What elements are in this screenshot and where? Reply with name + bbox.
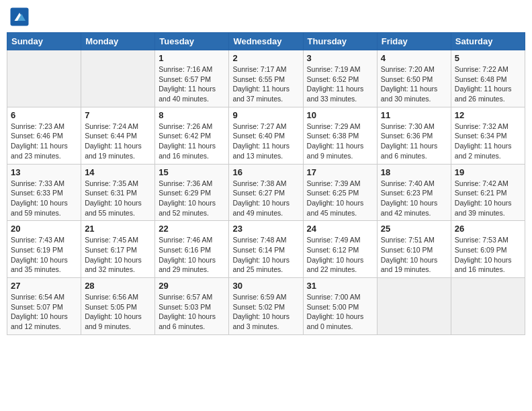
weekday-header-thursday: Thursday (303, 33, 377, 50)
day-info: Sunrise: 7:24 AM Sunset: 6:44 PM Dayligh… (85, 122, 151, 161)
week-row-2: 6Sunrise: 7:23 AM Sunset: 6:46 PM Daylig… (7, 107, 525, 164)
day-cell: 30Sunrise: 6:59 AM Sunset: 5:02 PM Dayli… (229, 278, 303, 335)
calendar: SundayMondayTuesdayWednesdayThursdayFrid… (7, 32, 525, 335)
day-number: 9 (232, 110, 299, 120)
day-number: 8 (159, 110, 225, 120)
day-cell: 18Sunrise: 7:40 AM Sunset: 6:23 PM Dayli… (377, 164, 451, 221)
day-number: 3 (307, 53, 373, 63)
day-cell: 8Sunrise: 7:26 AM Sunset: 6:42 PM Daylig… (155, 107, 229, 164)
day-info: Sunrise: 6:54 AM Sunset: 5:07 PM Dayligh… (11, 292, 77, 332)
day-number: 12 (455, 110, 521, 120)
day-cell (451, 278, 525, 335)
day-number: 14 (85, 167, 151, 177)
day-number: 2 (232, 53, 299, 63)
day-number: 4 (381, 53, 447, 63)
day-number: 10 (307, 110, 373, 120)
weekday-header-sunday: Sunday (7, 33, 81, 50)
day-info: Sunrise: 7:49 AM Sunset: 6:12 PM Dayligh… (307, 235, 373, 275)
day-cell: 12Sunrise: 7:32 AM Sunset: 6:34 PM Dayli… (451, 107, 525, 164)
day-cell: 23Sunrise: 7:48 AM Sunset: 6:14 PM Dayli… (229, 221, 303, 278)
week-row-4: 20Sunrise: 7:43 AM Sunset: 6:19 PM Dayli… (7, 221, 525, 278)
day-info: Sunrise: 7:40 AM Sunset: 6:23 PM Dayligh… (381, 179, 447, 218)
day-cell: 17Sunrise: 7:39 AM Sunset: 6:25 PM Dayli… (303, 164, 377, 221)
week-row-3: 13Sunrise: 7:33 AM Sunset: 6:33 PM Dayli… (7, 164, 525, 221)
weekday-header-row: SundayMondayTuesdayWednesdayThursdayFrid… (7, 33, 525, 50)
day-info: Sunrise: 7:45 AM Sunset: 6:17 PM Dayligh… (85, 235, 151, 275)
week-row-5: 27Sunrise: 6:54 AM Sunset: 5:07 PM Dayli… (7, 278, 525, 335)
day-info: Sunrise: 7:46 AM Sunset: 6:16 PM Dayligh… (159, 235, 225, 275)
day-cell: 3Sunrise: 7:19 AM Sunset: 6:52 PM Daylig… (303, 50, 377, 107)
day-cell (7, 50, 81, 107)
day-cell: 2Sunrise: 7:17 AM Sunset: 6:55 PM Daylig… (229, 50, 303, 107)
day-cell: 5Sunrise: 7:22 AM Sunset: 6:48 PM Daylig… (451, 50, 525, 107)
day-info: Sunrise: 7:42 AM Sunset: 6:21 PM Dayligh… (455, 179, 521, 218)
day-info: Sunrise: 7:48 AM Sunset: 6:14 PM Dayligh… (232, 235, 299, 275)
day-info: Sunrise: 7:35 AM Sunset: 6:31 PM Dayligh… (85, 179, 151, 218)
day-number: 16 (232, 167, 299, 177)
day-cell: 22Sunrise: 7:46 AM Sunset: 6:16 PM Dayli… (155, 221, 229, 278)
day-number: 28 (85, 281, 151, 291)
day-number: 27 (11, 281, 77, 291)
day-cell: 16Sunrise: 7:38 AM Sunset: 6:27 PM Dayli… (229, 164, 303, 221)
day-info: Sunrise: 7:27 AM Sunset: 6:40 PM Dayligh… (232, 122, 299, 161)
day-cell: 20Sunrise: 7:43 AM Sunset: 6:19 PM Dayli… (7, 221, 81, 278)
day-info: Sunrise: 7:20 AM Sunset: 6:50 PM Dayligh… (381, 64, 447, 104)
day-info: Sunrise: 7:43 AM Sunset: 6:19 PM Dayligh… (11, 235, 77, 275)
day-number: 26 (455, 224, 521, 234)
day-number: 1 (159, 53, 225, 63)
day-cell: 28Sunrise: 6:56 AM Sunset: 5:05 PM Dayli… (81, 278, 155, 335)
day-info: Sunrise: 7:19 AM Sunset: 6:52 PM Dayligh… (307, 64, 373, 104)
day-cell: 19Sunrise: 7:42 AM Sunset: 6:21 PM Dayli… (451, 164, 525, 221)
day-cell: 11Sunrise: 7:30 AM Sunset: 6:36 PM Dayli… (377, 107, 451, 164)
day-number: 29 (159, 281, 225, 291)
weekday-header-tuesday: Tuesday (155, 33, 229, 50)
day-cell: 14Sunrise: 7:35 AM Sunset: 6:31 PM Dayli… (81, 164, 155, 221)
day-info: Sunrise: 7:17 AM Sunset: 6:55 PM Dayligh… (232, 64, 299, 104)
day-number: 20 (11, 224, 77, 234)
day-info: Sunrise: 7:22 AM Sunset: 6:48 PM Dayligh… (455, 64, 521, 104)
day-info: Sunrise: 7:26 AM Sunset: 6:42 PM Dayligh… (159, 122, 225, 161)
day-cell (377, 278, 451, 335)
day-number: 30 (232, 281, 299, 291)
day-info: Sunrise: 6:56 AM Sunset: 5:05 PM Dayligh… (85, 292, 151, 332)
day-info: Sunrise: 7:33 AM Sunset: 6:33 PM Dayligh… (11, 179, 77, 218)
day-number: 31 (307, 281, 373, 291)
day-cell: 15Sunrise: 7:36 AM Sunset: 6:29 PM Dayli… (155, 164, 229, 221)
day-info: Sunrise: 7:38 AM Sunset: 6:27 PM Dayligh… (232, 179, 299, 218)
day-number: 22 (159, 224, 225, 234)
day-cell: 13Sunrise: 7:33 AM Sunset: 6:33 PM Dayli… (7, 164, 81, 221)
logo (9, 7, 32, 27)
logo-icon (9, 7, 30, 27)
day-number: 23 (232, 224, 299, 234)
week-row-1: 1Sunrise: 7:16 AM Sunset: 6:57 PM Daylig… (7, 50, 525, 107)
day-number: 7 (85, 110, 151, 120)
day-info: Sunrise: 7:00 AM Sunset: 5:00 PM Dayligh… (307, 292, 373, 332)
day-info: Sunrise: 7:53 AM Sunset: 6:09 PM Dayligh… (455, 235, 521, 275)
day-cell: 7Sunrise: 7:24 AM Sunset: 6:44 PM Daylig… (81, 107, 155, 164)
day-cell (81, 50, 155, 107)
day-info: Sunrise: 7:29 AM Sunset: 6:38 PM Dayligh… (307, 122, 373, 161)
day-info: Sunrise: 7:16 AM Sunset: 6:57 PM Dayligh… (159, 64, 225, 104)
day-cell: 27Sunrise: 6:54 AM Sunset: 5:07 PM Dayli… (7, 278, 81, 335)
day-cell: 1Sunrise: 7:16 AM Sunset: 6:57 PM Daylig… (155, 50, 229, 107)
day-cell: 24Sunrise: 7:49 AM Sunset: 6:12 PM Dayli… (303, 221, 377, 278)
day-cell: 29Sunrise: 6:57 AM Sunset: 5:03 PM Dayli… (155, 278, 229, 335)
day-cell: 4Sunrise: 7:20 AM Sunset: 6:50 PM Daylig… (377, 50, 451, 107)
day-number: 21 (85, 224, 151, 234)
weekday-header-friday: Friday (377, 33, 451, 50)
day-info: Sunrise: 7:30 AM Sunset: 6:36 PM Dayligh… (381, 122, 447, 161)
day-number: 11 (381, 110, 447, 120)
day-cell: 10Sunrise: 7:29 AM Sunset: 6:38 PM Dayli… (303, 107, 377, 164)
day-info: Sunrise: 7:51 AM Sunset: 6:10 PM Dayligh… (381, 235, 447, 275)
day-number: 24 (307, 224, 373, 234)
day-cell: 26Sunrise: 7:53 AM Sunset: 6:09 PM Dayli… (451, 221, 525, 278)
day-number: 13 (11, 167, 77, 177)
day-cell: 21Sunrise: 7:45 AM Sunset: 6:17 PM Dayli… (81, 221, 155, 278)
day-info: Sunrise: 6:57 AM Sunset: 5:03 PM Dayligh… (159, 292, 225, 332)
day-number: 6 (11, 110, 77, 120)
day-info: Sunrise: 7:36 AM Sunset: 6:29 PM Dayligh… (159, 179, 225, 218)
day-number: 25 (381, 224, 447, 234)
weekday-header-monday: Monday (81, 33, 155, 50)
day-number: 18 (381, 167, 447, 177)
day-number: 19 (455, 167, 521, 177)
